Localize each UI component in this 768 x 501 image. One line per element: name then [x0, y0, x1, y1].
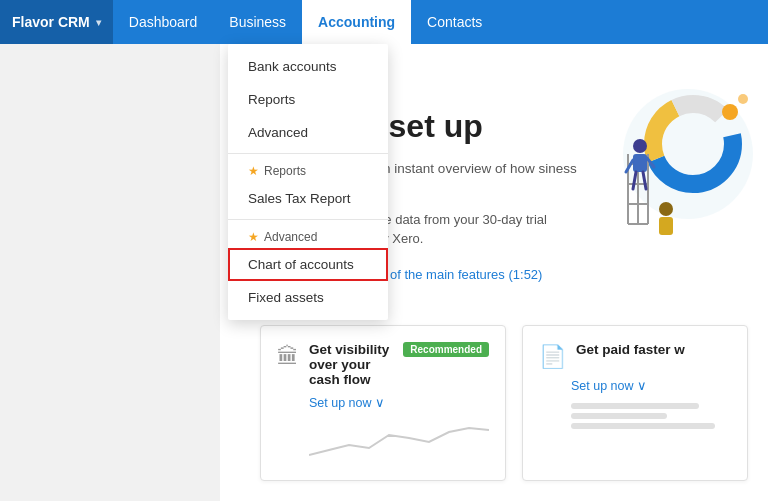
illustration [578, 64, 768, 264]
chart-line-3 [571, 423, 715, 429]
dropdown-section-advanced: ★ Advanced [228, 224, 388, 248]
chevron-down-icon: ∨ [375, 395, 385, 410]
star-icon-2: ★ [248, 230, 259, 244]
nav-item-business[interactable]: Business [213, 0, 302, 44]
dropdown-sep-2 [228, 219, 388, 220]
accounting-dropdown: Bank accounts Reports Advanced ★ Reports… [228, 44, 388, 320]
card-cash-flow: 🏛 Get visibility over your cash flow Rec… [260, 325, 506, 481]
card-get-paid-link[interactable]: Set up now ∨ [571, 378, 731, 393]
cash-flow-icon: 🏛 [277, 344, 299, 370]
dropdown-bank-accounts[interactable]: Bank accounts [228, 50, 388, 83]
chart-line-2 [571, 413, 667, 419]
card-cash-flow-link[interactable]: Set up now ∨ [309, 395, 489, 410]
dropdown-sales-tax-report[interactable]: Sales Tax Report [228, 182, 388, 215]
chart-line-1 [571, 403, 699, 409]
card-get-paid-chart [571, 403, 731, 429]
dropdown-advanced[interactable]: Advanced [228, 116, 388, 149]
navbar: Flavor CRM ▾ Dashboard Business Accounti… [0, 0, 768, 44]
svg-rect-18 [659, 217, 673, 235]
nav-item-accounting[interactable]: Accounting [302, 0, 411, 44]
svg-point-19 [722, 104, 738, 120]
nav-item-contacts[interactable]: Contacts [411, 0, 498, 44]
dropdown-chart-of-accounts[interactable]: Chart of accounts [228, 248, 388, 281]
svg-rect-12 [633, 154, 647, 172]
card-get-paid-header: 📄 Get paid faster w [539, 342, 731, 370]
dropdown-reports[interactable]: Reports [228, 83, 388, 116]
svg-point-17 [659, 202, 673, 216]
card-cash-flow-title: Get visibility over your cash flow [309, 342, 393, 387]
card-cash-flow-chart [309, 420, 489, 464]
chevron-down-icon-2: ∨ [637, 378, 647, 393]
recommended-badge: Recommended [403, 342, 489, 357]
brand-dropdown-arrow: ▾ [96, 17, 101, 28]
svg-point-11 [633, 139, 647, 153]
cards-row: 🏛 Get visibility over your cash flow Rec… [260, 325, 748, 481]
nav-item-dashboard[interactable]: Dashboard [113, 0, 214, 44]
dropdown-sep-1 [228, 153, 388, 154]
brand-label: Flavor CRM [12, 14, 90, 30]
card-cash-flow-header: 🏛 Get visibility over your cash flow Rec… [277, 342, 489, 387]
get-paid-icon: 📄 [539, 344, 566, 370]
card-get-paid-title: Get paid faster w [576, 342, 731, 357]
card-get-paid: 📄 Get paid faster w Set up now ∨ [522, 325, 748, 481]
dropdown-section-reports: ★ Reports [228, 158, 388, 182]
svg-point-20 [738, 94, 748, 104]
nav-items: Dashboard Business Accounting Contacts [113, 0, 499, 44]
sidebar [0, 44, 220, 501]
star-icon: ★ [248, 164, 259, 178]
brand[interactable]: Flavor CRM ▾ [0, 0, 113, 44]
dropdown-fixed-assets[interactable]: Fixed assets [228, 281, 388, 314]
